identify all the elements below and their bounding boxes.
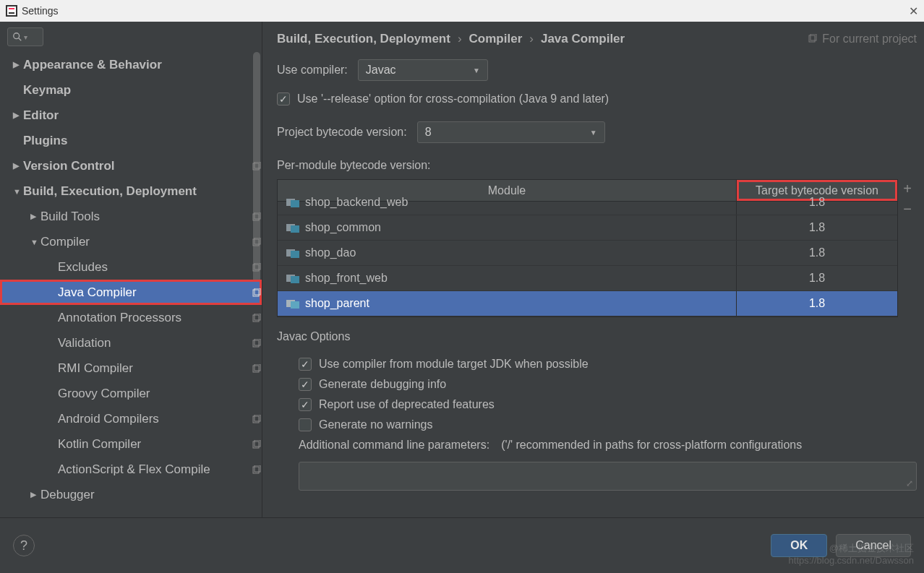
folder-icon [286, 248, 299, 258]
project-bytecode-value: 8 [425, 126, 432, 139]
dialog-footer: ? OK Cancel [0, 517, 924, 573]
opt-jdk-checkbox[interactable] [299, 358, 312, 371]
opt-nowarn-checkbox[interactable] [299, 418, 312, 431]
svg-rect-39 [291, 301, 299, 309]
tree-debugger[interactable]: ▶Debugger [0, 482, 262, 507]
release-option-checkbox[interactable] [277, 92, 290, 105]
tree-annotation-processors[interactable]: Annotation Processors [0, 305, 262, 330]
svg-rect-18 [253, 340, 259, 347]
breadcrumb-a[interactable]: Build, Execution, Deployment [277, 32, 450, 46]
additional-params-input[interactable]: ⤢ [299, 462, 917, 491]
tree-compiler[interactable]: ▼Compiler [0, 229, 262, 254]
svg-rect-33 [291, 225, 299, 233]
tree-appearance[interactable]: ▶Appearance & Behavior [0, 52, 262, 77]
window-close-button[interactable]: ✕ [909, 4, 918, 18]
project-icon [252, 237, 262, 247]
svg-rect-11 [254, 238, 260, 244]
chevron-right-icon: › [458, 32, 462, 46]
svg-rect-27 [254, 465, 260, 472]
tree-version-control[interactable]: ▶Version Control [0, 153, 262, 178]
table-row[interactable]: shop_parent 1.8 [278, 291, 897, 316]
add-row-button[interactable]: + [900, 182, 915, 197]
project-icon [252, 338, 262, 348]
svg-rect-14 [253, 290, 259, 296]
table-row[interactable]: shop_front_web 1.8 [278, 266, 897, 291]
opt-deprecated-label: Report use of deprecated features [319, 398, 495, 411]
project-icon [252, 262, 262, 272]
project-scope-label: For current project [808, 33, 917, 46]
table-row[interactable]: shop_backend_web 1.8 [278, 190, 897, 215]
svg-point-4 [14, 33, 20, 39]
tree-validation[interactable]: Validation [0, 330, 262, 356]
tree-android-compilers[interactable]: Android Compilers [0, 406, 262, 431]
settings-content: Build, Execution, Deployment › Compiler … [262, 22, 924, 517]
svg-rect-28 [809, 35, 815, 42]
svg-rect-19 [254, 339, 260, 345]
tree-java-compiler[interactable]: Java Compiler [0, 280, 262, 305]
tree-rmi-compiler[interactable]: RMI Compiler [0, 356, 262, 381]
window-title: Settings [22, 5, 59, 17]
opt-debug-checkbox[interactable] [299, 378, 312, 391]
svg-rect-23 [254, 415, 260, 421]
opt-jdk-label: Use compiler from module target JDK when… [319, 358, 589, 371]
cancel-button[interactable]: Cancel [836, 534, 911, 557]
help-button[interactable]: ? [13, 535, 35, 556]
tree-excludes[interactable]: Excludes [0, 254, 262, 280]
project-icon [808, 34, 818, 44]
tree-editor[interactable]: ▶Editor [0, 103, 262, 128]
use-compiler-label: Use compiler: [277, 64, 348, 77]
tree-keymap[interactable]: Keymap [0, 77, 262, 103]
project-icon [252, 212, 262, 222]
svg-rect-10 [253, 239, 259, 246]
breadcrumb: Build, Execution, Deployment › Compiler … [277, 22, 917, 53]
tree-build[interactable]: ▼Build, Execution, Deployment [0, 178, 262, 204]
settings-sidebar: ▾ ▶Appearance & Behavior Keymap ▶Editor … [0, 22, 262, 517]
tree-plugins[interactable]: Plugins [0, 128, 262, 153]
param-hint: ('/' recommended in paths for cross-plat… [501, 439, 802, 452]
project-bytecode-select[interactable]: 8 ▼ [417, 121, 605, 143]
search-icon [12, 32, 22, 42]
project-icon [252, 161, 262, 171]
project-icon [252, 363, 262, 374]
svg-rect-3 [9, 12, 14, 14]
project-icon [252, 414, 262, 424]
table-row[interactable]: shop_common 1.8 [278, 215, 897, 241]
tree-groovy-compiler[interactable]: Groovy Compiler [0, 381, 262, 406]
release-option-label: Use '--release' option for cross-compila… [297, 92, 609, 105]
project-icon [252, 288, 262, 298]
ok-button[interactable]: OK [771, 534, 827, 557]
title-bar: Settings ✕ [0, 0, 924, 22]
folder-icon [286, 273, 299, 283]
table-row[interactable]: shop_dao 1.8 [278, 241, 897, 266]
svg-rect-15 [254, 288, 260, 295]
svg-rect-31 [291, 200, 299, 207]
svg-rect-16 [253, 315, 259, 322]
project-icon [252, 313, 262, 323]
breadcrumb-b[interactable]: Compiler [469, 32, 523, 46]
expand-icon[interactable]: ⤢ [906, 478, 913, 488]
module-table: Module Target bytecode version shop_back… [277, 179, 898, 317]
svg-rect-6 [253, 163, 259, 170]
svg-rect-12 [253, 264, 259, 271]
chevron-right-icon: › [529, 32, 534, 46]
use-compiler-select[interactable]: Javac ▼ [358, 59, 488, 81]
opt-nowarn-label: Generate no warnings [319, 418, 432, 431]
chevron-down-icon: ▾ [24, 33, 27, 41]
svg-rect-2 [9, 8, 14, 9]
tree-build-tools[interactable]: ▶Build Tools [0, 204, 262, 229]
settings-tree[interactable]: ▶Appearance & Behavior Keymap ▶Editor Pl… [0, 52, 262, 517]
svg-rect-7 [254, 162, 260, 168]
svg-rect-8 [253, 214, 259, 220]
tree-actionscript-compiler[interactable]: ActionScript & Flex Compile [0, 457, 262, 482]
chevron-down-icon: ▼ [473, 66, 480, 74]
tree-kotlin-compiler[interactable]: Kotlin Compiler [0, 431, 262, 457]
project-icon [252, 465, 262, 475]
svg-line-5 [19, 38, 22, 41]
remove-row-button[interactable]: − [900, 202, 915, 217]
project-icon [252, 439, 262, 449]
chevron-down-icon: ▼ [590, 129, 597, 137]
search-input[interactable]: ▾ [7, 27, 43, 46]
search-container: ▾ [0, 22, 262, 52]
opt-deprecated-checkbox[interactable] [299, 398, 312, 411]
svg-rect-20 [253, 366, 259, 372]
